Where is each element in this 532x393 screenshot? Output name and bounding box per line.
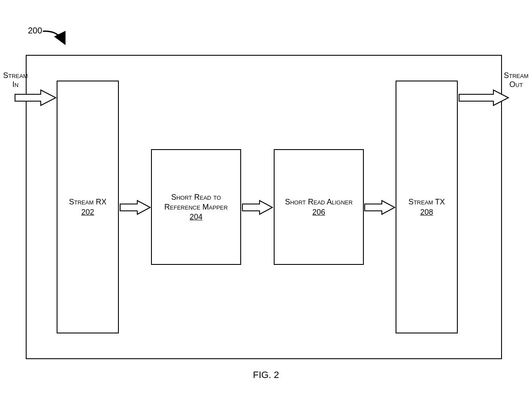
block-stream-rx-ref: 202	[81, 208, 94, 217]
block-mapper: Short Read to Reference Mapper 204	[151, 149, 241, 265]
figure-ref-arrow	[41, 28, 71, 49]
block-stream-tx-ref: 208	[420, 208, 433, 217]
block-stream-tx: Stream TX 208	[396, 81, 458, 333]
block-stream-rx-title: Stream RX	[69, 197, 107, 207]
stream-in-label: Stream In	[3, 71, 28, 89]
block-aligner-title: Short Read Aligner	[285, 197, 353, 207]
block-aligner: Short Read Aligner 206	[274, 149, 364, 265]
block-stream-tx-title: Stream TX	[408, 197, 445, 207]
figure-ref-label: 200	[28, 26, 42, 36]
block-mapper-ref: 204	[190, 213, 203, 222]
arrow-stream-in	[15, 90, 58, 107]
figure-caption: FIG. 2	[0, 369, 532, 381]
arrow-rx-to-mapper	[120, 201, 152, 216]
arrow-mapper-to-aligner	[242, 201, 275, 216]
block-stream-rx: Stream RX 202	[57, 81, 119, 333]
block-mapper-title: Short Read to Reference Mapper	[164, 192, 228, 212]
arrow-aligner-to-tx	[365, 201, 397, 216]
arrow-stream-out	[459, 90, 511, 107]
stream-out-label: Stream Out	[501, 71, 531, 89]
block-aligner-ref: 206	[312, 208, 325, 217]
